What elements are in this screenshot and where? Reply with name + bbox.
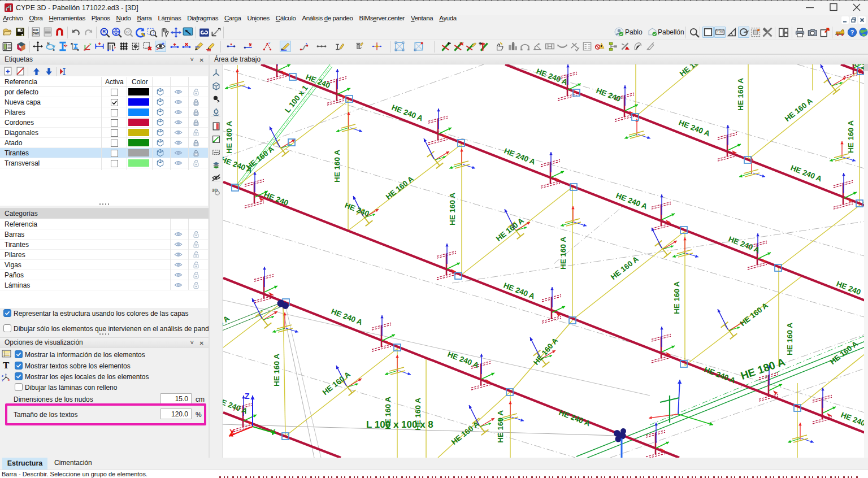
svg-text:Z: Z (245, 392, 250, 401)
svg-text:L 100 x 100 x 8: L 100 x 100 x 8 (366, 419, 433, 430)
svg-text:HE 160 A: HE 160 A (672, 281, 681, 314)
svg-text:1.00: 1.00 (717, 31, 723, 34)
svg-text:DWG: DWG (33, 32, 40, 35)
svg-text:HE 160 A: HE 160 A (225, 121, 233, 154)
svg-text:v: v (268, 41, 270, 45)
svg-text:Y: Y (270, 428, 276, 437)
svg-text:X: X (229, 428, 235, 437)
svg-text:z: z (2, 374, 3, 377)
svg-text:v: v (89, 42, 92, 46)
svg-text:x: x (77, 48, 79, 51)
svg-text:HE 160 A: HE 160 A (333, 150, 341, 182)
svg-text:x2: x2 (125, 29, 130, 34)
svg-text:?: ? (217, 99, 219, 103)
svg-text:HE 160 A: HE 160 A (496, 410, 505, 443)
svg-text:?: ? (850, 29, 854, 36)
svg-text:R: R (102, 29, 106, 34)
svg-text:x: x (8, 378, 10, 381)
svg-text:HE 160 A: HE 160 A (559, 237, 567, 270)
svg-text:3D: 3D (212, 188, 218, 193)
svg-text:↘: ↘ (65, 44, 68, 47)
svg-text:HE 160 A: HE 160 A (448, 193, 457, 225)
svg-text:HE 160 A: HE 160 A (272, 354, 281, 386)
svg-text:N: N (47, 42, 49, 45)
svg-text:HE 160 A: HE 160 A (785, 323, 794, 355)
svg-text:x: x (53, 48, 55, 51)
svg-text:F: F (538, 42, 540, 46)
svg-text:HE 160 A: HE 160 A (847, 120, 855, 153)
svg-text:DXF: DXF (33, 29, 38, 32)
svg-text:HE 160 A: HE 160 A (736, 78, 745, 111)
